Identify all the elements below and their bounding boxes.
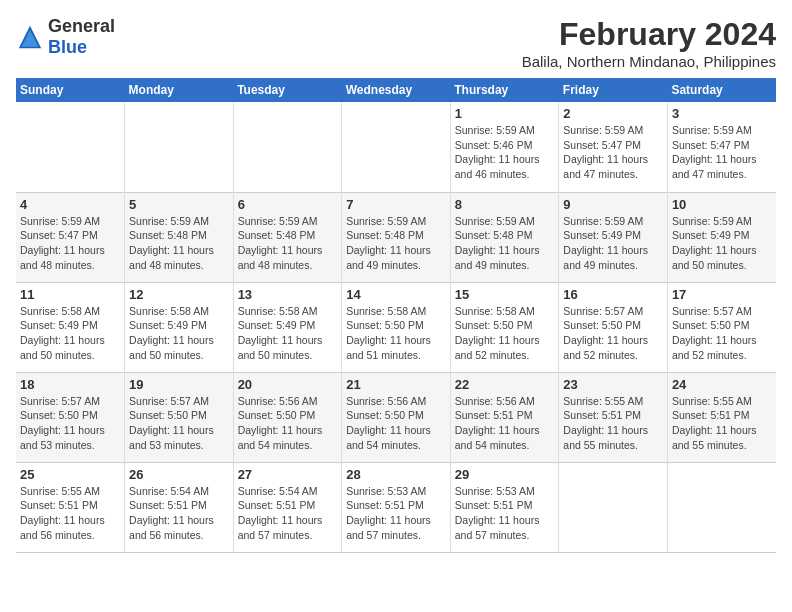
day-number: 7 bbox=[346, 197, 446, 212]
day-number: 6 bbox=[238, 197, 338, 212]
week-row-1: 4Sunrise: 5:59 AM Sunset: 5:47 PM Daylig… bbox=[16, 192, 776, 282]
calendar-header-row: SundayMondayTuesdayWednesdayThursdayFrid… bbox=[16, 78, 776, 102]
day-cell: 14Sunrise: 5:58 AM Sunset: 5:50 PM Dayli… bbox=[342, 282, 451, 372]
day-info: Sunrise: 5:59 AM Sunset: 5:48 PM Dayligh… bbox=[129, 214, 229, 273]
day-number: 24 bbox=[672, 377, 772, 392]
day-cell bbox=[125, 102, 234, 192]
day-number: 12 bbox=[129, 287, 229, 302]
week-row-4: 25Sunrise: 5:55 AM Sunset: 5:51 PM Dayli… bbox=[16, 462, 776, 552]
day-cell: 16Sunrise: 5:57 AM Sunset: 5:50 PM Dayli… bbox=[559, 282, 668, 372]
day-number: 21 bbox=[346, 377, 446, 392]
day-cell: 4Sunrise: 5:59 AM Sunset: 5:47 PM Daylig… bbox=[16, 192, 125, 282]
day-info: Sunrise: 5:58 AM Sunset: 5:50 PM Dayligh… bbox=[455, 304, 555, 363]
day-cell: 1Sunrise: 5:59 AM Sunset: 5:46 PM Daylig… bbox=[450, 102, 559, 192]
day-number: 5 bbox=[129, 197, 229, 212]
day-cell: 28Sunrise: 5:53 AM Sunset: 5:51 PM Dayli… bbox=[342, 462, 451, 552]
day-info: Sunrise: 5:59 AM Sunset: 5:47 PM Dayligh… bbox=[20, 214, 120, 273]
day-info: Sunrise: 5:58 AM Sunset: 5:49 PM Dayligh… bbox=[238, 304, 338, 363]
day-info: Sunrise: 5:55 AM Sunset: 5:51 PM Dayligh… bbox=[20, 484, 120, 543]
day-info: Sunrise: 5:59 AM Sunset: 5:47 PM Dayligh… bbox=[672, 123, 772, 182]
logo-blue: Blue bbox=[48, 37, 87, 57]
day-info: Sunrise: 5:58 AM Sunset: 5:50 PM Dayligh… bbox=[346, 304, 446, 363]
day-cell: 20Sunrise: 5:56 AM Sunset: 5:50 PM Dayli… bbox=[233, 372, 342, 462]
day-number: 16 bbox=[563, 287, 663, 302]
day-cell: 11Sunrise: 5:58 AM Sunset: 5:49 PM Dayli… bbox=[16, 282, 125, 372]
day-info: Sunrise: 5:59 AM Sunset: 5:46 PM Dayligh… bbox=[455, 123, 555, 182]
day-info: Sunrise: 5:53 AM Sunset: 5:51 PM Dayligh… bbox=[455, 484, 555, 543]
day-cell: 23Sunrise: 5:55 AM Sunset: 5:51 PM Dayli… bbox=[559, 372, 668, 462]
day-cell: 3Sunrise: 5:59 AM Sunset: 5:47 PM Daylig… bbox=[667, 102, 776, 192]
day-number: 1 bbox=[455, 106, 555, 121]
day-info: Sunrise: 5:57 AM Sunset: 5:50 PM Dayligh… bbox=[20, 394, 120, 453]
day-cell: 2Sunrise: 5:59 AM Sunset: 5:47 PM Daylig… bbox=[559, 102, 668, 192]
day-cell: 12Sunrise: 5:58 AM Sunset: 5:49 PM Dayli… bbox=[125, 282, 234, 372]
header-sunday: Sunday bbox=[16, 78, 125, 102]
day-cell: 21Sunrise: 5:56 AM Sunset: 5:50 PM Dayli… bbox=[342, 372, 451, 462]
header-wednesday: Wednesday bbox=[342, 78, 451, 102]
day-number: 13 bbox=[238, 287, 338, 302]
day-info: Sunrise: 5:57 AM Sunset: 5:50 PM Dayligh… bbox=[672, 304, 772, 363]
day-cell: 29Sunrise: 5:53 AM Sunset: 5:51 PM Dayli… bbox=[450, 462, 559, 552]
day-number: 3 bbox=[672, 106, 772, 121]
day-cell bbox=[16, 102, 125, 192]
week-row-2: 11Sunrise: 5:58 AM Sunset: 5:49 PM Dayli… bbox=[16, 282, 776, 372]
day-info: Sunrise: 5:56 AM Sunset: 5:50 PM Dayligh… bbox=[238, 394, 338, 453]
day-number: 20 bbox=[238, 377, 338, 392]
day-number: 14 bbox=[346, 287, 446, 302]
day-number: 26 bbox=[129, 467, 229, 482]
day-number: 4 bbox=[20, 197, 120, 212]
day-cell: 13Sunrise: 5:58 AM Sunset: 5:49 PM Dayli… bbox=[233, 282, 342, 372]
day-cell: 25Sunrise: 5:55 AM Sunset: 5:51 PM Dayli… bbox=[16, 462, 125, 552]
day-info: Sunrise: 5:58 AM Sunset: 5:49 PM Dayligh… bbox=[129, 304, 229, 363]
day-info: Sunrise: 5:59 AM Sunset: 5:48 PM Dayligh… bbox=[346, 214, 446, 273]
day-info: Sunrise: 5:59 AM Sunset: 5:48 PM Dayligh… bbox=[455, 214, 555, 273]
day-cell bbox=[233, 102, 342, 192]
day-cell: 7Sunrise: 5:59 AM Sunset: 5:48 PM Daylig… bbox=[342, 192, 451, 282]
day-info: Sunrise: 5:57 AM Sunset: 5:50 PM Dayligh… bbox=[129, 394, 229, 453]
day-cell bbox=[559, 462, 668, 552]
day-info: Sunrise: 5:55 AM Sunset: 5:51 PM Dayligh… bbox=[563, 394, 663, 453]
day-number: 11 bbox=[20, 287, 120, 302]
day-number: 9 bbox=[563, 197, 663, 212]
location-title: Balila, Northern Mindanao, Philippines bbox=[522, 53, 776, 70]
day-info: Sunrise: 5:59 AM Sunset: 5:47 PM Dayligh… bbox=[563, 123, 663, 182]
day-number: 17 bbox=[672, 287, 772, 302]
header-tuesday: Tuesday bbox=[233, 78, 342, 102]
header-thursday: Thursday bbox=[450, 78, 559, 102]
day-cell: 6Sunrise: 5:59 AM Sunset: 5:48 PM Daylig… bbox=[233, 192, 342, 282]
header-friday: Friday bbox=[559, 78, 668, 102]
day-cell: 10Sunrise: 5:59 AM Sunset: 5:49 PM Dayli… bbox=[667, 192, 776, 282]
logo: General Blue bbox=[16, 16, 115, 58]
day-cell: 27Sunrise: 5:54 AM Sunset: 5:51 PM Dayli… bbox=[233, 462, 342, 552]
day-info: Sunrise: 5:59 AM Sunset: 5:49 PM Dayligh… bbox=[672, 214, 772, 273]
day-number: 10 bbox=[672, 197, 772, 212]
day-number: 18 bbox=[20, 377, 120, 392]
day-cell: 18Sunrise: 5:57 AM Sunset: 5:50 PM Dayli… bbox=[16, 372, 125, 462]
header-monday: Monday bbox=[125, 78, 234, 102]
logo-icon bbox=[16, 23, 44, 51]
header-saturday: Saturday bbox=[667, 78, 776, 102]
day-info: Sunrise: 5:54 AM Sunset: 5:51 PM Dayligh… bbox=[238, 484, 338, 543]
day-number: 23 bbox=[563, 377, 663, 392]
day-info: Sunrise: 5:59 AM Sunset: 5:49 PM Dayligh… bbox=[563, 214, 663, 273]
day-cell: 19Sunrise: 5:57 AM Sunset: 5:50 PM Dayli… bbox=[125, 372, 234, 462]
day-info: Sunrise: 5:58 AM Sunset: 5:49 PM Dayligh… bbox=[20, 304, 120, 363]
day-number: 29 bbox=[455, 467, 555, 482]
day-number: 19 bbox=[129, 377, 229, 392]
title-block: February 2024 Balila, Northern Mindanao,… bbox=[522, 16, 776, 70]
day-info: Sunrise: 5:54 AM Sunset: 5:51 PM Dayligh… bbox=[129, 484, 229, 543]
day-number: 25 bbox=[20, 467, 120, 482]
day-number: 22 bbox=[455, 377, 555, 392]
logo-general: General bbox=[48, 16, 115, 36]
month-title: February 2024 bbox=[522, 16, 776, 53]
day-cell: 24Sunrise: 5:55 AM Sunset: 5:51 PM Dayli… bbox=[667, 372, 776, 462]
day-cell: 22Sunrise: 5:56 AM Sunset: 5:51 PM Dayli… bbox=[450, 372, 559, 462]
day-cell bbox=[342, 102, 451, 192]
page-header: General Blue February 2024 Balila, North… bbox=[16, 16, 776, 70]
week-row-3: 18Sunrise: 5:57 AM Sunset: 5:50 PM Dayli… bbox=[16, 372, 776, 462]
day-number: 15 bbox=[455, 287, 555, 302]
day-number: 8 bbox=[455, 197, 555, 212]
day-info: Sunrise: 5:57 AM Sunset: 5:50 PM Dayligh… bbox=[563, 304, 663, 363]
day-cell bbox=[667, 462, 776, 552]
day-info: Sunrise: 5:56 AM Sunset: 5:51 PM Dayligh… bbox=[455, 394, 555, 453]
